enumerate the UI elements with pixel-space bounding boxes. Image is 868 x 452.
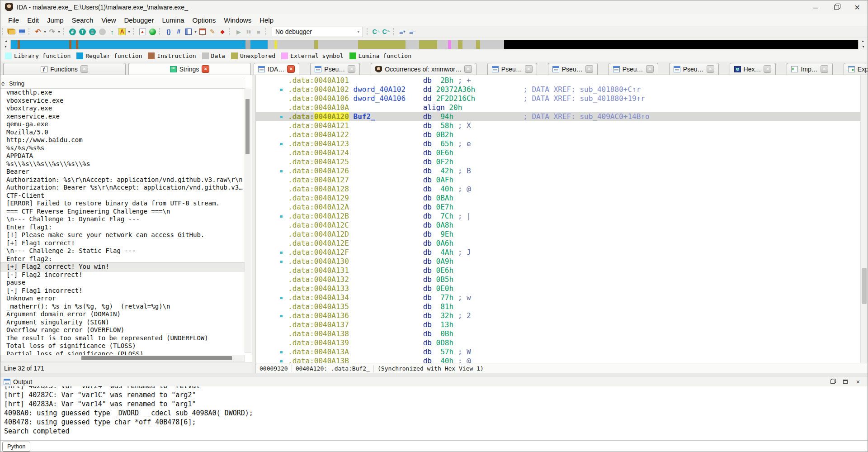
tab-left-1[interactable]: Strings bbox=[128, 63, 251, 75]
strings-horizontal-scrollbar-thumb[interactable] bbox=[81, 356, 232, 360]
asm-line[interactable]: .data:0040A139 db 0D8h bbox=[256, 338, 861, 347]
string-row[interactable]: pause bbox=[0, 279, 245, 287]
strings-vertical-scrollbar-thumb[interactable] bbox=[245, 99, 250, 154]
asm-line[interactable]: .data:0040A13A db 57h ; W bbox=[256, 347, 861, 357]
dropdown-arrow-icon[interactable] bbox=[43, 29, 47, 34]
panel-splitter[interactable] bbox=[252, 75, 255, 373]
save-file-button[interactable] bbox=[17, 27, 27, 37]
strings-column-header[interactable]: e String bbox=[0, 78, 245, 89]
asm-line[interactable]: .data:0040A121 db 58h ; X bbox=[256, 121, 861, 130]
set-type-button[interactable] bbox=[174, 27, 184, 37]
nav-marker-button[interactable] bbox=[137, 27, 147, 37]
asm-line[interactable]: .data:0040A129 db 0BAh bbox=[256, 194, 861, 203]
string-row[interactable]: Bearer bbox=[0, 168, 245, 176]
asm-line[interactable]: .data:0040A126 db 42h ; B bbox=[256, 167, 861, 176]
navigate-back-button[interactable] bbox=[33, 27, 43, 37]
tab-right-7[interactable]: Hex… bbox=[730, 63, 776, 75]
string-row[interactable]: Mozilla/5.0 bbox=[0, 128, 245, 137]
band-scroll-left-icon[interactable]: ◂▸ bbox=[3, 39, 9, 48]
tab-right-2[interactable]: Occurrences of: xmmwor… bbox=[371, 63, 476, 75]
list-remove-button[interactable] bbox=[407, 27, 417, 37]
asm-line[interactable]: .data:0040A12D db 9Eh bbox=[256, 230, 861, 239]
menu-item-view[interactable]: View bbox=[97, 15, 120, 25]
tab-right-5[interactable]: Pseu… bbox=[609, 63, 658, 75]
tab-close-icon[interactable] bbox=[202, 65, 209, 73]
tab-right-3[interactable]: Pseu… bbox=[487, 63, 537, 75]
start-process-button[interactable] bbox=[234, 27, 244, 37]
tab-right-1[interactable]: Pseu… bbox=[310, 63, 360, 75]
menu-item-search[interactable]: Search bbox=[68, 15, 98, 25]
asm-line[interactable]: .data:0040A123 db 65h ; e bbox=[256, 139, 861, 148]
menu-item-lumina[interactable]: Lumina bbox=[158, 15, 188, 25]
string-row[interactable]: Argument domain error (DOMAIN) bbox=[0, 310, 245, 319]
python-selector-button[interactable]: Python bbox=[2, 442, 30, 452]
string-row[interactable]: Total loss of significance (TLOSS) bbox=[0, 342, 245, 350]
string-row[interactable]: \n--- Challenge 1: Dynamic Flag --- bbox=[0, 215, 245, 224]
dropdown-arrow-icon[interactable] bbox=[193, 29, 198, 34]
debugger-select[interactable]: No debugger bbox=[272, 27, 363, 37]
string-column-header[interactable]: String bbox=[6, 80, 24, 87]
asm-line[interactable]: .data:0040A10A align 20h bbox=[256, 103, 861, 112]
strings-horizontal-scrollbar[interactable] bbox=[0, 355, 245, 362]
menu-item-windows[interactable]: Windows bbox=[220, 15, 255, 25]
disassembly-vertical-scrollbar-thumb[interactable] bbox=[862, 268, 867, 304]
edit-item-button[interactable] bbox=[208, 27, 217, 37]
maximize-button[interactable] bbox=[826, 0, 847, 14]
menu-item-edit[interactable]: Edit bbox=[23, 15, 43, 25]
navigate-forward-button[interactable] bbox=[47, 27, 57, 37]
lumina-push-button[interactable] bbox=[147, 27, 157, 37]
asm-line[interactable]: .data:0040A12E db 0A6h bbox=[256, 239, 861, 248]
string-row[interactable]: The result is too small to be represente… bbox=[0, 334, 245, 343]
menu-item-help[interactable]: Help bbox=[255, 15, 278, 25]
string-row[interactable]: vboxtray.exe bbox=[0, 105, 245, 113]
band-scroll-right-icon[interactable]: ▸◂ bbox=[860, 39, 866, 48]
tab-right-8[interactable]: Imp… bbox=[787, 63, 832, 75]
asm-line[interactable]: .data:0040A132 db 0B5h bbox=[256, 275, 861, 284]
string-row[interactable]: APPDATA bbox=[0, 152, 245, 160]
output-maximize-button[interactable] bbox=[841, 378, 849, 385]
asm-line[interactable]: .data:0040A131 db 0E6h bbox=[256, 266, 861, 275]
asm-line[interactable]: .data:0040A101 db 2Bh ; + bbox=[256, 76, 861, 85]
asm-line[interactable]: .data:0040A125 db 0F2h bbox=[256, 157, 861, 167]
string-row[interactable]: Unknown error bbox=[0, 295, 245, 303]
string-row[interactable]: [ERROR] Failed to restore binary data fr… bbox=[0, 200, 245, 208]
asm-line[interactable]: .data:0040A137 db 13h bbox=[256, 320, 861, 329]
open-file-button[interactable] bbox=[7, 27, 17, 37]
asm-line[interactable]: .data:0040A124 db 0E6h bbox=[256, 148, 861, 157]
dropdown-arrow-icon[interactable] bbox=[127, 29, 131, 34]
asm-line[interactable]: .data:0040A133 db 0E0h bbox=[256, 284, 861, 293]
view-disabled-button[interactable] bbox=[97, 27, 107, 37]
string-row[interactable]: [!] Please make sure your network can ac… bbox=[0, 231, 245, 239]
tab-close-icon[interactable] bbox=[585, 65, 593, 73]
string-row[interactable]: [+] Flag2 correct! You win! bbox=[0, 263, 245, 271]
asm-line[interactable]: .data:0040A106 dword_40A106 dd 2F2D216Ch… bbox=[256, 94, 861, 103]
hex-dump-view-button[interactable] bbox=[87, 27, 97, 37]
delete-item-button[interactable] bbox=[217, 27, 227, 37]
string-row[interactable]: vmacthlp.exe bbox=[0, 89, 245, 97]
string-row[interactable]: vboxservice.exe bbox=[0, 97, 245, 105]
close-button[interactable] bbox=[847, 0, 868, 14]
output-log[interactable]: [hrt] 402825: Var "var24" was renamed to… bbox=[0, 386, 868, 440]
pause-process-button[interactable] bbox=[244, 27, 254, 37]
tab-close-icon[interactable] bbox=[707, 65, 714, 73]
python-command-input[interactable] bbox=[33, 442, 865, 452]
open-breakpoints-button[interactable] bbox=[198, 27, 208, 37]
tab-right-9[interactable]: Exp… bbox=[844, 63, 868, 75]
asm-line[interactable]: .data:0040A134 db 77h ; w bbox=[256, 293, 861, 302]
asm-line[interactable]: .data:0040A12A db 0E7h bbox=[256, 203, 861, 212]
string-row[interactable]: http://www.baidu.com bbox=[0, 136, 245, 144]
menu-item-debugger[interactable]: Debugger bbox=[120, 15, 158, 25]
edit-types-button[interactable] bbox=[184, 27, 193, 37]
minimize-button[interactable] bbox=[805, 0, 826, 14]
string-row[interactable]: %s\\%s\\%s\\%s\\%s\\%s bbox=[0, 160, 245, 168]
string-row[interactable]: Enter flag1: bbox=[0, 224, 245, 232]
asm-line[interactable]: .data:0040A102 dword_40A102 dd 20372A36h… bbox=[256, 85, 861, 94]
string-row[interactable]: Enter flag2: bbox=[0, 255, 245, 263]
clipped-column-header[interactable]: e bbox=[0, 80, 6, 87]
disassembly-vertical-scrollbar[interactable] bbox=[860, 75, 868, 363]
string-row[interactable]: [-] Flag2 incorrect! bbox=[0, 271, 245, 279]
tab-right-0[interactable]: IDA… bbox=[254, 63, 299, 75]
navigation-band[interactable] bbox=[10, 40, 859, 49]
menu-item-file[interactable]: File bbox=[4, 15, 23, 25]
tab-close-icon[interactable] bbox=[348, 65, 355, 73]
